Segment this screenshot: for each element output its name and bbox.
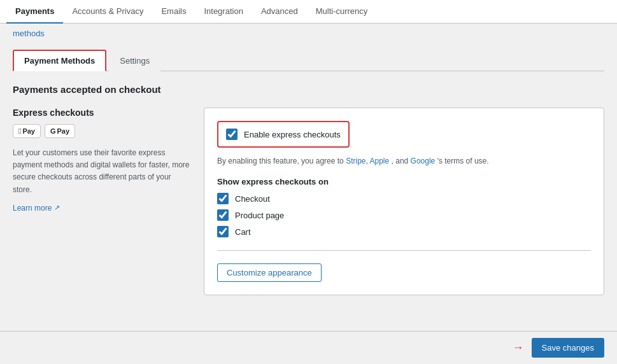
main-content: Payment Methods Settings Payments accept… bbox=[0, 43, 617, 333]
tab-multi-currency[interactable]: Multi-currency bbox=[307, 0, 377, 24]
cart-label: Cart bbox=[235, 227, 251, 237]
apple-pay-label: Pay bbox=[22, 127, 35, 135]
express-checkouts-title: Express checkouts bbox=[13, 108, 191, 118]
product-page-label: Product page bbox=[235, 211, 284, 220]
right-panel: Enable express checkouts By enabling thi… bbox=[204, 108, 604, 295]
tab-integration[interactable]: Integration bbox=[195, 0, 252, 24]
checkout-checkbox-row: Checkout bbox=[217, 193, 591, 204]
checkout-label: Checkout bbox=[235, 194, 270, 204]
google-pay-badge: G Pay bbox=[45, 124, 75, 138]
stripe-link[interactable]: Stripe bbox=[346, 157, 365, 165]
apple-pay-badge:  Pay bbox=[13, 124, 41, 138]
google-pay-text: Pay bbox=[57, 127, 70, 135]
sub-tabs: Payment Methods Settings bbox=[13, 50, 604, 71]
checkout-checkbox[interactable] bbox=[217, 193, 229, 204]
enable-express-checkouts-label: Enable express checkouts bbox=[244, 130, 341, 139]
sub-tab-payment-methods[interactable]: Payment Methods bbox=[13, 50, 106, 71]
cart-checkbox-row: Cart bbox=[217, 226, 591, 237]
enable-express-checkouts-checkbox[interactable] bbox=[226, 129, 238, 140]
cart-checkbox[interactable] bbox=[217, 226, 229, 237]
content-grid: Express checkouts  Pay G Pay Let your c… bbox=[13, 108, 604, 295]
breadcrumb-link[interactable]: methods bbox=[13, 29, 45, 38]
terms-prefix: By enabling this feature, you agree to bbox=[217, 157, 344, 165]
apple-link[interactable]: Apple bbox=[370, 157, 390, 165]
apple-icon:  bbox=[18, 127, 21, 136]
tab-accounts-privacy[interactable]: Accounts & Privacy bbox=[63, 0, 152, 24]
external-link-icon: ↗ bbox=[54, 204, 60, 212]
tab-emails[interactable]: Emails bbox=[152, 0, 195, 24]
learn-more-link[interactable]: Learn more ↗ bbox=[13, 204, 191, 213]
product-page-checkbox-row: Product page bbox=[217, 209, 591, 221]
payment-icons:  Pay G Pay bbox=[13, 124, 191, 138]
divider bbox=[217, 250, 591, 251]
customize-appearance-button[interactable]: Customize appearance bbox=[217, 263, 322, 282]
breadcrumb-bar: methods bbox=[0, 24, 617, 43]
google-link[interactable]: Google bbox=[411, 157, 436, 165]
arrow-right-icon: → bbox=[513, 341, 524, 354]
tab-payments[interactable]: Payments bbox=[6, 0, 63, 24]
tab-advanced[interactable]: Advanced bbox=[252, 0, 307, 24]
footer-bar: → Save changes bbox=[0, 331, 617, 364]
panel-description: Let your customers use their favorite ex… bbox=[13, 147, 191, 196]
product-page-checkbox[interactable] bbox=[217, 209, 229, 221]
save-changes-button[interactable]: Save changes bbox=[532, 338, 604, 358]
terms-end: 's terms of use. bbox=[437, 157, 489, 165]
learn-more-text: Learn more bbox=[13, 204, 52, 213]
google-pay-label: G bbox=[50, 127, 56, 135]
terms-text: By enabling this feature, you agree to S… bbox=[217, 155, 591, 167]
and-text: , and bbox=[392, 157, 411, 165]
enable-row: Enable express checkouts bbox=[217, 121, 350, 148]
left-panel: Express checkouts  Pay G Pay Let your c… bbox=[13, 108, 191, 213]
sub-tab-settings[interactable]: Settings bbox=[109, 50, 160, 71]
section-title: Payments accepted on checkout bbox=[13, 84, 604, 95]
top-nav: Payments Accounts & Privacy Emails Integ… bbox=[0, 0, 617, 24]
show-on-title: Show express checkouts on bbox=[217, 177, 591, 186]
